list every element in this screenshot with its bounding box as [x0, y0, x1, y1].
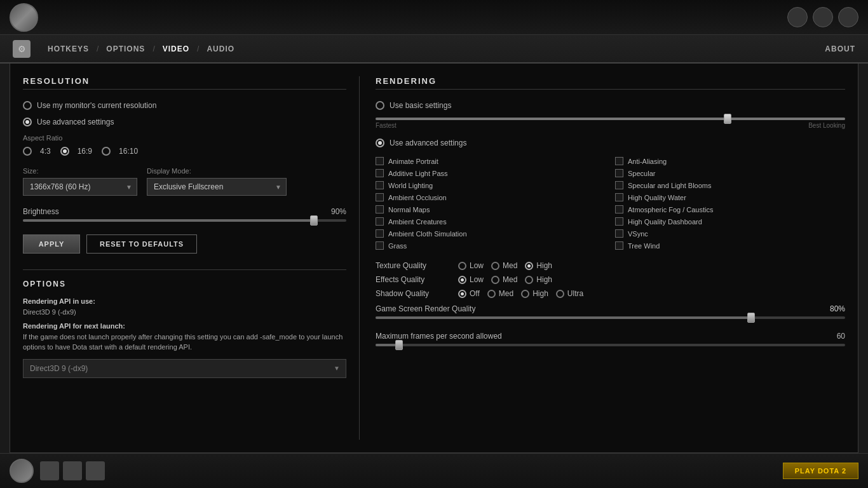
nav-item-video[interactable]: VIDEO [155, 44, 197, 53]
checkbox-box-ambient_creatures[interactable] [376, 217, 384, 226]
shadow-ultra[interactable]: Ultra [556, 289, 583, 298]
checkbox-box-atmospheric_fog[interactable] [615, 205, 623, 214]
top-icon-2[interactable] [813, 7, 833, 27]
rq-slider-track[interactable] [376, 316, 845, 319]
rendering-slider-track[interactable] [376, 118, 845, 120]
checkbox-box-grass[interactable] [376, 241, 384, 250]
shadow-med[interactable]: Med [487, 289, 513, 298]
shadow-ultra-radio[interactable] [556, 290, 564, 298]
checkbox-normal_maps[interactable]: Normal Maps [376, 205, 606, 214]
bottom-icon-3[interactable] [86, 461, 105, 480]
effects-quality-row: Effects Quality Low Med High [376, 275, 845, 284]
texture-high[interactable]: High [525, 261, 552, 270]
radio-monitor-btn[interactable] [23, 101, 32, 110]
checkbox-ambient_occlusion[interactable]: Ambient Occlusion [376, 193, 606, 201]
checkbox-box-anti_aliasing[interactable] [615, 157, 623, 165]
aspect-16-10[interactable]: 16:10 [102, 147, 138, 156]
shadow-off-radio[interactable] [458, 290, 466, 298]
checkbox-box-ambient_cloth[interactable] [376, 229, 384, 238]
checkbox-box-specular[interactable] [615, 169, 623, 177]
checkbox-tree_wind[interactable]: Tree Wind [615, 241, 845, 250]
checkbox-specular[interactable]: Specular [615, 169, 845, 177]
shadow-off[interactable]: Off [458, 289, 480, 298]
texture-med[interactable]: Med [491, 261, 517, 270]
texture-low[interactable]: Low [458, 261, 484, 270]
aspect-4-3[interactable]: 4:3 [23, 147, 51, 156]
api-dropdown[interactable]: Direct3D 9 (-dx9) [23, 359, 346, 378]
checkbox-additive_light[interactable]: Additive Light Pass [376, 169, 606, 177]
checkbox-high_quality_water[interactable]: High Quality Water [615, 193, 845, 201]
radio-advanced-btn[interactable] [23, 118, 32, 126]
effects-med[interactable]: Med [491, 275, 517, 284]
checkbox-ambient_creatures[interactable]: Ambient Creatures [376, 217, 606, 226]
checkbox-box-tree_wind[interactable] [615, 241, 623, 250]
checkbox-vsync[interactable]: VSync [615, 229, 845, 238]
shadow-med-radio[interactable] [487, 290, 496, 298]
checkbox-box-normal_maps[interactable] [376, 205, 384, 214]
checkbox-anti_aliasing[interactable]: Anti-Aliasing [615, 157, 845, 165]
checkbox-box-vsync[interactable] [615, 229, 623, 238]
top-icon-3[interactable] [838, 7, 858, 27]
checkbox-box-high_quality_water[interactable] [615, 193, 623, 201]
shadow-high[interactable]: High [521, 289, 548, 298]
texture-quality-label: Texture Quality [376, 261, 458, 270]
rq-slider-thumb[interactable] [747, 313, 755, 323]
checkbox-box-ambient_occlusion[interactable] [376, 193, 384, 201]
aspect-ratio-label: Aspect Ratio [23, 134, 346, 142]
shadow-quality-row: Shadow Quality Off Med High Ultra [376, 289, 845, 298]
radio-monitor-res[interactable]: Use my monitor's current resolution [23, 101, 346, 110]
aspect-16-9[interactable]: 16:9 [60, 147, 92, 156]
texture-med-radio[interactable] [491, 262, 499, 270]
radio-basic-btn[interactable] [376, 101, 384, 110]
size-select[interactable]: 868x488 (60 Hz) [23, 178, 137, 196]
bottom-icon-2[interactable] [63, 461, 82, 480]
radio-advanced-res[interactable]: Use advanced settings [23, 118, 346, 126]
checkbox-world_lighting[interactable]: World Lighting [376, 181, 606, 189]
aspect-16-9-btn[interactable] [60, 147, 69, 156]
brightness-slider-fill [23, 219, 314, 222]
shadow-high-radio[interactable] [521, 290, 529, 298]
play-button[interactable]: PLAY DOTA 2 [783, 463, 858, 479]
checkbox-grass[interactable]: Grass [376, 241, 606, 250]
checkbox-label-hq_dashboard: High Quality Dashboard [628, 218, 702, 226]
checkbox-label-specular_blooms: Specular and Light Blooms [628, 182, 711, 189]
nav-about[interactable]: ABOUT [825, 44, 855, 53]
checkbox-ambient_cloth[interactable]: Ambient Cloth Simulation [376, 229, 606, 238]
checkbox-atmospheric_fog[interactable]: Atmospheric Fog / Caustics [615, 205, 845, 214]
rendering-title: RENDERING [376, 76, 845, 90]
brightness-slider-thumb[interactable] [310, 215, 318, 226]
checkbox-box-hq_dashboard[interactable] [615, 217, 623, 226]
brightness-slider-track[interactable] [23, 219, 346, 222]
nav-item-options[interactable]: OPTIONS [98, 44, 153, 53]
radio-basic-rendering[interactable]: Use basic settings [376, 101, 845, 110]
radio-advanced-rendering[interactable]: Use advanced settings [376, 139, 845, 147]
checkbox-box-specular_blooms[interactable] [615, 181, 623, 189]
effects-med-radio[interactable] [491, 276, 499, 284]
checkbox-box-additive_light[interactable] [376, 169, 384, 177]
texture-high-radio[interactable] [525, 262, 533, 270]
reset-button[interactable]: RESET TO DEFAULTS [86, 234, 197, 254]
effects-low-radio[interactable] [458, 276, 466, 284]
display-select[interactable]: Exclusive Fullscreen [147, 178, 287, 196]
radio-adv-rend-btn[interactable] [376, 139, 384, 147]
checkbox-box-animate_portrait[interactable] [376, 157, 384, 165]
aspect-4-3-btn[interactable] [23, 147, 32, 156]
top-icon-1[interactable] [787, 7, 808, 27]
nav-item-hotkeys[interactable]: HOTKEYS [40, 44, 97, 53]
apply-button[interactable]: APPLY [23, 234, 80, 254]
effects-low[interactable]: Low [458, 275, 484, 284]
effects-high[interactable]: High [525, 275, 552, 284]
effects-high-radio[interactable] [525, 276, 533, 284]
mf-slider-thumb[interactable] [395, 340, 403, 350]
checkbox-animate_portrait[interactable]: Animate Portrait [376, 157, 606, 165]
mf-slider-track[interactable] [376, 344, 845, 346]
nav-item-audio[interactable]: AUDIO [199, 44, 242, 53]
checkbox-box-world_lighting[interactable] [376, 181, 384, 189]
bottom-icon-1[interactable] [40, 461, 59, 480]
effects-med-label: Med [503, 275, 517, 284]
rendering-slider-thumb[interactable] [724, 114, 731, 124]
checkbox-specular_blooms[interactable]: Specular and Light Blooms [615, 181, 845, 189]
texture-low-radio[interactable] [458, 262, 466, 270]
checkbox-hq_dashboard[interactable]: High Quality Dashboard [615, 217, 845, 226]
aspect-16-10-btn[interactable] [102, 147, 111, 156]
